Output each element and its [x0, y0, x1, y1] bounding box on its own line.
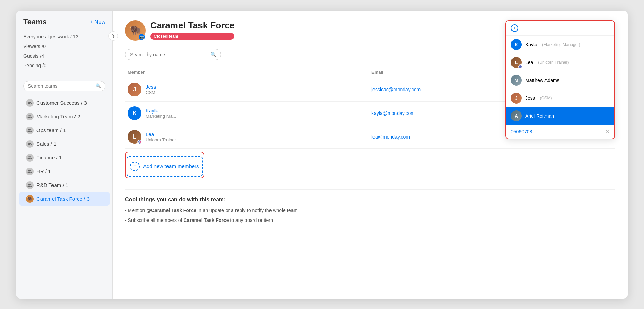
cool-tips: Cool things you can do with this team: -… — [125, 189, 615, 224]
sidebar-header: Teams + New — [16, 17, 112, 32]
result-phone: 05060708 — [511, 129, 532, 134]
stat-viewers[interactable]: Viewers /0 — [23, 41, 105, 51]
dropdown-search-input[interactable] — [521, 25, 610, 31]
team-icon — [26, 181, 34, 189]
cool-tip-1: - Mention @Caramel Task Force in an upda… — [125, 207, 615, 214]
member-search-dropdown: + K Kayla (Marketing Manager) L Lea (Uni… — [505, 20, 615, 139]
member-cell: J Jess CSM — [125, 83, 371, 96]
member-name[interactable]: Kayla — [146, 108, 176, 114]
dropdown-item-sub: (Unicorn Trainer) — [538, 60, 569, 65]
team-name: Caramel Task Force — [150, 20, 234, 31]
sidebar-item-finance[interactable]: Finance / 1 — [19, 151, 110, 165]
result-row: 05060708 ✕ — [506, 125, 614, 139]
dropdown-avatar: K — [511, 39, 522, 50]
team-icon — [26, 127, 34, 134]
dropdown-item-jess[interactable]: J Jess (CSM) — [506, 89, 614, 107]
member-info: Lea Unicorn Trainer — [146, 131, 176, 142]
sidebar-item-marketing[interactable]: Marketing Team / 2 — [19, 110, 110, 123]
dropdown-item-matthew[interactable]: M Matthew Adams — [506, 71, 614, 89]
main-content: 🦬 📷 Caramel Task Force Closed team ••• 🔍… — [113, 11, 628, 299]
search-teams-input[interactable] — [28, 83, 95, 89]
sidebar-item-ops[interactable]: Ops team / 1 — [19, 123, 110, 137]
stat-guests[interactable]: Guests /4 — [23, 51, 105, 61]
sidebar-item-sales[interactable]: Sales / 1 — [19, 137, 110, 151]
member-cell: L 🦄 Lea Unicorn Trainer — [125, 130, 371, 144]
cool-tips-title: Cool things you can do with this team: — [125, 197, 615, 203]
dropdown-item-name: Matthew Adams — [525, 78, 560, 83]
member-name[interactable]: Lea — [146, 131, 176, 137]
member-name[interactable]: Jess — [146, 84, 156, 90]
dropdown-item-lea[interactable]: L Lea (Unicorn Trainer) — [506, 54, 614, 71]
team-list: Customer Success / 3 Marketing Team / 2 … — [16, 95, 112, 292]
dropdown-item-sub: (Marketing Manager) — [542, 42, 580, 47]
dropdown-item-name: Ariel Roitman — [525, 113, 554, 119]
search-icon: 🔍 — [95, 83, 101, 88]
member-role: Marketing Ma... — [146, 114, 176, 119]
team-icon — [26, 99, 34, 107]
search-teams-box[interactable]: 🔍 — [23, 81, 105, 91]
member-role: Unicorn Trainer — [146, 137, 176, 142]
sidebar-title: Teams — [23, 17, 47, 26]
search-member-box[interactable]: 🔍 — [125, 49, 221, 60]
dropdown-item-sub: (CSM) — [540, 96, 552, 100]
caramel-team-icon: 🦬 — [26, 195, 34, 203]
col-member-header: Member — [125, 70, 371, 75]
sidebar-item-caramel[interactable]: 🦬 Caramel Task Force / 3 — [19, 192, 110, 206]
dropdown-avatar: M — [511, 75, 522, 86]
sidebar: Teams + New Everyone at jesswork / 13 Vi… — [16, 11, 113, 299]
team-header-left: 🦬 📷 Caramel Task Force Closed team — [125, 20, 234, 41]
dropdown-item-name: Lea — [525, 60, 533, 65]
add-new-team-members-button[interactable]: + Add new team members — [127, 156, 203, 177]
add-circle-icon: + — [130, 162, 140, 171]
sidebar-item-customer-success[interactable]: Customer Success / 3 — [19, 96, 110, 110]
sidebar-item-rd[interactable]: R&D Team / 1 — [19, 178, 110, 192]
team-name-area: Caramel Task Force Closed team — [150, 20, 234, 40]
dropdown-avatar: A — [511, 110, 522, 121]
member-info: Jess CSM — [146, 84, 156, 95]
team-icon — [26, 168, 34, 175]
member-info: Kayla Marketing Ma... — [146, 108, 176, 119]
stat-pending[interactable]: Pending /0 — [23, 61, 105, 70]
search-icon: 🔍 — [210, 52, 216, 57]
plus-icon: + — [511, 24, 518, 32]
new-team-button[interactable]: + New — [90, 19, 105, 25]
camera-badge: 📷 — [139, 34, 145, 40]
dropdown-search-row: + — [506, 21, 614, 36]
dropdown-avatar: J — [511, 93, 522, 104]
avatar: J — [128, 83, 141, 96]
team-avatar[interactable]: 🦬 📷 — [125, 20, 146, 41]
dropdown-item-name: Jess — [525, 95, 535, 101]
sidebar-collapse-button[interactable]: ❯ — [108, 31, 118, 41]
member-cell: K Kayla Marketing Ma... — [125, 106, 371, 120]
dropdown-item-name: Kayla — [525, 42, 537, 47]
dropdown-item-ariel[interactable]: A Ariel Roitman — [506, 107, 614, 125]
result-close-button[interactable]: ✕ — [605, 129, 610, 135]
sidebar-item-hr[interactable]: HR / 1 — [19, 165, 110, 178]
trainer-badge: 🦄 — [137, 140, 142, 144]
team-icon — [26, 154, 34, 162]
team-icon — [26, 140, 34, 148]
stat-everyone[interactable]: Everyone at jesswork / 13 — [23, 32, 105, 41]
member-role: CSM — [146, 90, 156, 95]
dropdown-item-kayla[interactable]: K Kayla (Marketing Manager) — [506, 36, 614, 54]
add-members-highlight: + Add new team members — [125, 152, 204, 178]
search-member-input[interactable] — [130, 52, 208, 57]
closed-badge: Closed team — [150, 33, 234, 40]
sidebar-stats: Everyone at jesswork / 13 Viewers /0 Gue… — [16, 32, 112, 76]
team-icon — [26, 113, 34, 120]
avatar: K — [128, 106, 141, 120]
cool-tip-2: - Subscribe all members of Caramel Task … — [125, 217, 615, 224]
